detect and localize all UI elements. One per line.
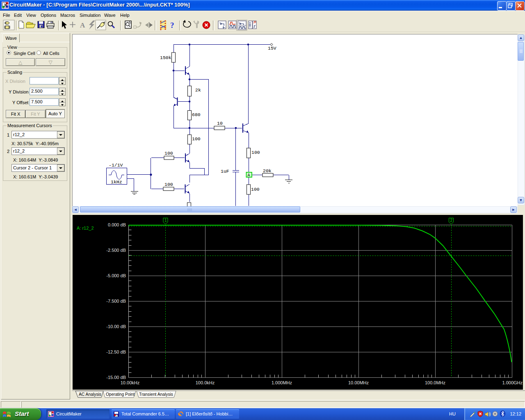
svg-text:100: 100 <box>164 151 173 156</box>
svg-text:1.000MHz: 1.000MHz <box>272 380 292 385</box>
svg-text:10.00kHz: 10.00kHz <box>121 380 139 385</box>
svg-text:1kHz: 1kHz <box>111 179 122 185</box>
svg-text:-1/1V: -1/1V <box>109 162 123 168</box>
svg-text:100.0MHz: 100.0MHz <box>425 380 445 385</box>
svg-text:680: 680 <box>192 112 201 117</box>
svg-text:A: A <box>80 21 85 29</box>
svg-text:A: r12_2: A: r12_2 <box>77 226 94 231</box>
svg-text:15V: 15V <box>268 46 276 51</box>
svg-text:1: 1 <box>164 218 167 223</box>
svg-text:20k: 20k <box>263 168 272 173</box>
svg-text:AC Analysis: AC Analysis <box>79 392 101 397</box>
svg-text:-12.50 dB: -12.50 dB <box>106 349 126 354</box>
svg-text:-5.000 dB: -5.000 dB <box>106 273 126 278</box>
svg-text:2: 2 <box>450 218 453 223</box>
svg-text:0.000 dB: 0.000 dB <box>108 222 126 227</box>
svg-text:-10.00 dB: -10.00 dB <box>106 324 126 329</box>
svg-text:1.000GHz: 1.000GHz <box>502 380 523 385</box>
svg-text:150k: 150k <box>160 55 171 60</box>
svg-text:100: 100 <box>251 150 260 155</box>
svg-text:Transient Analysis: Transient Analysis <box>139 392 173 397</box>
svg-text:10.00MHz: 10.00MHz <box>348 380 369 385</box>
svg-text:100: 100 <box>192 136 201 142</box>
svg-text:-15.00 dB: -15.00 dB <box>106 375 126 380</box>
svg-text:100.0kHz: 100.0kHz <box>196 380 215 385</box>
svg-text:-7.500 dB: -7.500 dB <box>106 299 126 304</box>
svg-text:A: A <box>248 173 250 178</box>
svg-text:1uF: 1uF <box>221 169 229 174</box>
svg-text:2k: 2k <box>195 87 201 93</box>
svg-text:10: 10 <box>217 121 223 126</box>
svg-text:100: 100 <box>164 182 173 187</box>
svg-text:?: ? <box>170 21 174 30</box>
svg-text:-2.500 dB: -2.500 dB <box>106 248 126 253</box>
svg-text:Operating Point: Operating Point <box>106 392 135 397</box>
svg-text:100: 100 <box>251 187 260 192</box>
